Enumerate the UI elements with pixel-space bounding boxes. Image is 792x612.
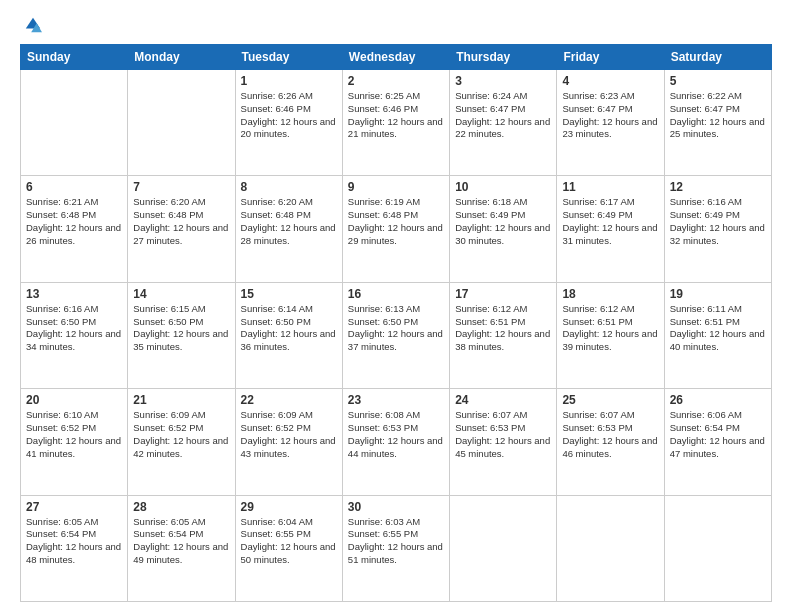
day-number: 18	[562, 287, 658, 301]
sunrise-text: Sunrise: 6:12 AM	[455, 303, 551, 316]
day-number: 20	[26, 393, 122, 407]
sunrise-text: Sunrise: 6:14 AM	[241, 303, 337, 316]
calendar-header-wednesday: Wednesday	[342, 45, 449, 70]
day-info: Sunrise: 6:10 AMSunset: 6:52 PMDaylight:…	[26, 409, 122, 460]
calendar-header-row: SundayMondayTuesdayWednesdayThursdayFrid…	[21, 45, 772, 70]
sunrise-text: Sunrise: 6:20 AM	[241, 196, 337, 209]
day-number: 9	[348, 180, 444, 194]
sunset-text: Sunset: 6:52 PM	[133, 422, 229, 435]
sunrise-text: Sunrise: 6:09 AM	[133, 409, 229, 422]
daylight-text: Daylight: 12 hours and 22 minutes.	[455, 116, 551, 142]
calendar-header-tuesday: Tuesday	[235, 45, 342, 70]
calendar-table: SundayMondayTuesdayWednesdayThursdayFrid…	[20, 44, 772, 602]
sunset-text: Sunset: 6:51 PM	[670, 316, 766, 329]
calendar-day-24: 24Sunrise: 6:07 AMSunset: 6:53 PMDayligh…	[450, 389, 557, 495]
sunset-text: Sunset: 6:52 PM	[241, 422, 337, 435]
sunset-text: Sunset: 6:50 PM	[348, 316, 444, 329]
sunrise-text: Sunrise: 6:11 AM	[670, 303, 766, 316]
sunset-text: Sunset: 6:50 PM	[133, 316, 229, 329]
daylight-text: Daylight: 12 hours and 21 minutes.	[348, 116, 444, 142]
calendar-day-5: 5Sunrise: 6:22 AMSunset: 6:47 PMDaylight…	[664, 70, 771, 176]
calendar-day-23: 23Sunrise: 6:08 AMSunset: 6:53 PMDayligh…	[342, 389, 449, 495]
daylight-text: Daylight: 12 hours and 39 minutes.	[562, 328, 658, 354]
sunset-text: Sunset: 6:54 PM	[26, 528, 122, 541]
calendar-day-9: 9Sunrise: 6:19 AMSunset: 6:48 PMDaylight…	[342, 176, 449, 282]
day-info: Sunrise: 6:13 AMSunset: 6:50 PMDaylight:…	[348, 303, 444, 354]
day-number: 27	[26, 500, 122, 514]
sunrise-text: Sunrise: 6:19 AM	[348, 196, 444, 209]
day-info: Sunrise: 6:16 AMSunset: 6:49 PMDaylight:…	[670, 196, 766, 247]
sunset-text: Sunset: 6:46 PM	[241, 103, 337, 116]
calendar-day-6: 6Sunrise: 6:21 AMSunset: 6:48 PMDaylight…	[21, 176, 128, 282]
calendar-day-empty	[21, 70, 128, 176]
sunrise-text: Sunrise: 6:22 AM	[670, 90, 766, 103]
sunset-text: Sunset: 6:48 PM	[133, 209, 229, 222]
day-number: 2	[348, 74, 444, 88]
daylight-text: Daylight: 12 hours and 51 minutes.	[348, 541, 444, 567]
sunrise-text: Sunrise: 6:24 AM	[455, 90, 551, 103]
daylight-text: Daylight: 12 hours and 31 minutes.	[562, 222, 658, 248]
sunset-text: Sunset: 6:49 PM	[455, 209, 551, 222]
calendar-day-7: 7Sunrise: 6:20 AMSunset: 6:48 PMDaylight…	[128, 176, 235, 282]
calendar-header-friday: Friday	[557, 45, 664, 70]
sunrise-text: Sunrise: 6:04 AM	[241, 516, 337, 529]
sunrise-text: Sunrise: 6:09 AM	[241, 409, 337, 422]
calendar-day-8: 8Sunrise: 6:20 AMSunset: 6:48 PMDaylight…	[235, 176, 342, 282]
day-number: 11	[562, 180, 658, 194]
day-number: 25	[562, 393, 658, 407]
sunset-text: Sunset: 6:50 PM	[26, 316, 122, 329]
day-number: 8	[241, 180, 337, 194]
daylight-text: Daylight: 12 hours and 45 minutes.	[455, 435, 551, 461]
daylight-text: Daylight: 12 hours and 27 minutes.	[133, 222, 229, 248]
day-number: 6	[26, 180, 122, 194]
calendar-week-1: 1Sunrise: 6:26 AMSunset: 6:46 PMDaylight…	[21, 70, 772, 176]
day-info: Sunrise: 6:07 AMSunset: 6:53 PMDaylight:…	[455, 409, 551, 460]
calendar-day-10: 10Sunrise: 6:18 AMSunset: 6:49 PMDayligh…	[450, 176, 557, 282]
sunset-text: Sunset: 6:47 PM	[455, 103, 551, 116]
calendar-day-3: 3Sunrise: 6:24 AMSunset: 6:47 PMDaylight…	[450, 70, 557, 176]
calendar-week-4: 20Sunrise: 6:10 AMSunset: 6:52 PMDayligh…	[21, 389, 772, 495]
daylight-text: Daylight: 12 hours and 44 minutes.	[348, 435, 444, 461]
daylight-text: Daylight: 12 hours and 42 minutes.	[133, 435, 229, 461]
day-info: Sunrise: 6:15 AMSunset: 6:50 PMDaylight:…	[133, 303, 229, 354]
day-info: Sunrise: 6:20 AMSunset: 6:48 PMDaylight:…	[241, 196, 337, 247]
calendar-week-3: 13Sunrise: 6:16 AMSunset: 6:50 PMDayligh…	[21, 282, 772, 388]
daylight-text: Daylight: 12 hours and 40 minutes.	[670, 328, 766, 354]
sunset-text: Sunset: 6:49 PM	[670, 209, 766, 222]
sunrise-text: Sunrise: 6:07 AM	[455, 409, 551, 422]
daylight-text: Daylight: 12 hours and 26 minutes.	[26, 222, 122, 248]
day-info: Sunrise: 6:08 AMSunset: 6:53 PMDaylight:…	[348, 409, 444, 460]
daylight-text: Daylight: 12 hours and 35 minutes.	[133, 328, 229, 354]
day-info: Sunrise: 6:12 AMSunset: 6:51 PMDaylight:…	[455, 303, 551, 354]
day-number: 7	[133, 180, 229, 194]
calendar-day-empty	[664, 495, 771, 601]
calendar-day-22: 22Sunrise: 6:09 AMSunset: 6:52 PMDayligh…	[235, 389, 342, 495]
day-number: 19	[670, 287, 766, 301]
calendar-day-19: 19Sunrise: 6:11 AMSunset: 6:51 PMDayligh…	[664, 282, 771, 388]
day-number: 3	[455, 74, 551, 88]
sunrise-text: Sunrise: 6:16 AM	[670, 196, 766, 209]
day-number: 21	[133, 393, 229, 407]
day-info: Sunrise: 6:17 AMSunset: 6:49 PMDaylight:…	[562, 196, 658, 247]
day-number: 10	[455, 180, 551, 194]
daylight-text: Daylight: 12 hours and 48 minutes.	[26, 541, 122, 567]
calendar-week-2: 6Sunrise: 6:21 AMSunset: 6:48 PMDaylight…	[21, 176, 772, 282]
calendar-day-18: 18Sunrise: 6:12 AMSunset: 6:51 PMDayligh…	[557, 282, 664, 388]
calendar-week-5: 27Sunrise: 6:05 AMSunset: 6:54 PMDayligh…	[21, 495, 772, 601]
day-info: Sunrise: 6:09 AMSunset: 6:52 PMDaylight:…	[133, 409, 229, 460]
sunset-text: Sunset: 6:49 PM	[562, 209, 658, 222]
calendar-day-16: 16Sunrise: 6:13 AMSunset: 6:50 PMDayligh…	[342, 282, 449, 388]
daylight-text: Daylight: 12 hours and 25 minutes.	[670, 116, 766, 142]
day-number: 14	[133, 287, 229, 301]
day-info: Sunrise: 6:14 AMSunset: 6:50 PMDaylight:…	[241, 303, 337, 354]
day-number: 30	[348, 500, 444, 514]
sunset-text: Sunset: 6:47 PM	[562, 103, 658, 116]
day-info: Sunrise: 6:23 AMSunset: 6:47 PMDaylight:…	[562, 90, 658, 141]
calendar-day-25: 25Sunrise: 6:07 AMSunset: 6:53 PMDayligh…	[557, 389, 664, 495]
sunset-text: Sunset: 6:48 PM	[26, 209, 122, 222]
sunrise-text: Sunrise: 6:05 AM	[133, 516, 229, 529]
calendar-day-17: 17Sunrise: 6:12 AMSunset: 6:51 PMDayligh…	[450, 282, 557, 388]
sunrise-text: Sunrise: 6:07 AM	[562, 409, 658, 422]
sunset-text: Sunset: 6:52 PM	[26, 422, 122, 435]
calendar-day-28: 28Sunrise: 6:05 AMSunset: 6:54 PMDayligh…	[128, 495, 235, 601]
